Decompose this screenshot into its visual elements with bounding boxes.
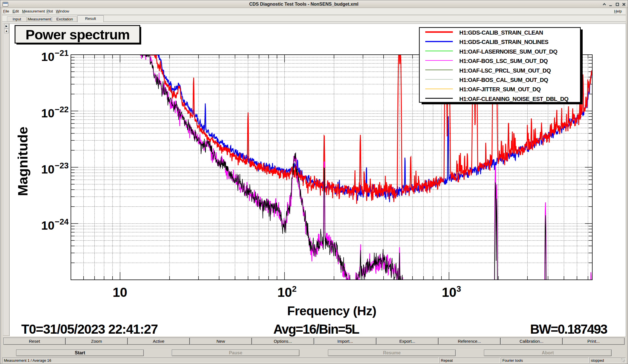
svg-text:H1:OAF-BOS_LSC_SUM_OUT_DQ: H1:OAF-BOS_LSC_SUM_OUT_DQ [459,58,548,64]
svg-text:−22: −22 [55,105,69,114]
svg-text:Avg=16/Bin=5L: Avg=16/Bin=5L [273,322,359,337]
svg-text:H1:OAF-JITTER_SUM_OUT_DQ: H1:OAF-JITTER_SUM_OUT_DQ [459,86,541,92]
svg-text:10: 10 [41,50,54,64]
svg-text:H1:OAF-BOS_CAL_SUM_OUT_DQ: H1:OAF-BOS_CAL_SUM_OUT_DQ [459,77,548,83]
svg-text:10: 10 [41,163,54,176]
svg-text:10: 10 [41,219,54,232]
svg-text:H1:GDS-CALIB_STRAIN_NOLINES: H1:GDS-CALIB_STRAIN_NOLINES [459,39,548,45]
svg-text:−21: −21 [55,48,69,58]
svg-text:Frequency (Hz): Frequency (Hz) [287,304,376,318]
svg-text:10: 10 [277,285,292,300]
svg-text:−24: −24 [55,217,69,226]
svg-text:Magnitude: Magnitude [15,127,30,196]
svg-text:BW=0.187493: BW=0.187493 [530,322,607,337]
svg-text:H1:GDS-CALIB_STRAIN_CLEAN: H1:GDS-CALIB_STRAIN_CLEAN [459,29,543,36]
svg-text:Power spectrum: Power spectrum [26,27,130,42]
svg-text:2: 2 [292,284,297,293]
svg-text:−23: −23 [55,161,69,170]
svg-text:H1:OAF-LSC_PRCL_SUM_OUT_DQ: H1:OAF-LSC_PRCL_SUM_OUT_DQ [459,67,551,74]
svg-text:H1:OAF-CLEANING_NOISE_EST_DBL_: H1:OAF-CLEANING_NOISE_EST_DBL_DQ [459,96,568,102]
svg-text:10: 10 [442,285,456,300]
svg-text:3: 3 [456,284,461,293]
svg-text:10: 10 [113,285,127,300]
svg-text:T0=31/05/2023 22:41:27: T0=31/05/2023 22:41:27 [21,322,158,337]
svg-text:H1:OAF-LASERNOISE_SUM_OUT_DQ: H1:OAF-LASERNOISE_SUM_OUT_DQ [459,48,557,55]
svg-text:10: 10 [41,107,54,120]
